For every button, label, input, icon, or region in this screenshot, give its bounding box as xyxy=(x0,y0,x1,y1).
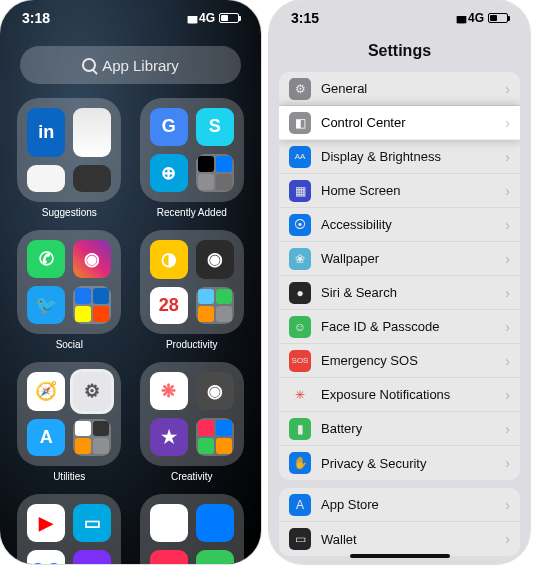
row-label: Privacy & Security xyxy=(321,456,505,471)
settings-row-general[interactable]: ⚙︎General› xyxy=(279,72,520,106)
app-icon[interactable] xyxy=(196,550,234,564)
row-label: Exposure Notifications xyxy=(321,387,505,402)
chevron-right-icon: › xyxy=(505,251,510,267)
home-indicator[interactable] xyxy=(350,554,450,558)
settings-row-wallpaper[interactable]: ❀Wallpaper› xyxy=(279,242,520,276)
chevron-right-icon: › xyxy=(505,497,510,513)
app-icon[interactable]: A xyxy=(27,419,65,457)
folder-recently-added[interactable]: GS⊕Recently Added xyxy=(139,98,246,218)
settings-row-siri-search[interactable]: ●Siri & Search› xyxy=(279,276,520,310)
settings-row-battery[interactable]: ▮Battery› xyxy=(279,412,520,446)
row-icon: ▭ xyxy=(289,528,311,550)
folder-creativity[interactable]: ❋◉★Creativity xyxy=(139,362,246,482)
app-icon[interactable]: S xyxy=(196,108,234,146)
app-icon[interactable]: 🐦 xyxy=(27,286,65,324)
folder-utilities[interactable]: 🧭⚙︎AUtilities xyxy=(16,362,123,482)
row-icon: SOS xyxy=(289,350,311,372)
folder-suggestions[interactable]: inSuggestions xyxy=(16,98,123,218)
row-icon: ✳︎ xyxy=(289,384,311,406)
app-icon[interactable]: G xyxy=(150,108,188,146)
mini-app-group[interactable] xyxy=(196,418,234,456)
row-icon: ✋ xyxy=(289,452,311,474)
app-icon[interactable]: ▭ xyxy=(73,504,111,542)
folder-label: Creativity xyxy=(171,471,213,482)
settings-row-app-store[interactable]: AApp Store› xyxy=(279,488,520,522)
app-icon[interactable] xyxy=(73,165,111,193)
app-icon[interactable] xyxy=(27,165,65,193)
chevron-right-icon: › xyxy=(505,115,510,131)
app-icon[interactable]: ▶ xyxy=(27,504,65,542)
app-icon[interactable]: ◑ xyxy=(150,240,188,279)
settings-row-accessibility[interactable]: ⦿Accessibility› xyxy=(279,208,520,242)
settings-row-emergency-sos[interactable]: SOSEmergency SOS› xyxy=(279,344,520,378)
settings-row-wallet[interactable]: ▭Wallet› xyxy=(279,522,520,556)
app-icon[interactable]: ◉ xyxy=(196,240,234,279)
settings-screen: 3:15 4G Settings ⚙︎General›◧Control Cent… xyxy=(269,0,530,564)
folder-social[interactable]: ✆◉🐦Social xyxy=(16,230,123,350)
row-label: Battery xyxy=(321,421,505,436)
mini-app-group[interactable] xyxy=(196,154,234,193)
app-icon[interactable]: ★ xyxy=(150,418,188,456)
chevron-right-icon: › xyxy=(505,353,510,369)
app-icon[interactable] xyxy=(150,550,188,564)
chevron-right-icon: › xyxy=(505,455,510,471)
app-icon[interactable]: ⊕ xyxy=(150,154,188,193)
app-icon[interactable]: ⚙︎ xyxy=(73,372,111,411)
network-label: 4G xyxy=(468,11,484,25)
settings-row-exposure-notifications[interactable]: ✳︎Exposure Notifications› xyxy=(279,378,520,412)
row-label: Wallpaper xyxy=(321,251,505,266)
app-icon[interactable]: 28 xyxy=(150,287,188,325)
settings-row-home-screen[interactable]: ▦Home Screen› xyxy=(279,174,520,208)
chevron-right-icon: › xyxy=(505,149,510,165)
status-bar: 3:15 4G xyxy=(269,10,530,26)
chevron-right-icon: › xyxy=(505,319,510,335)
row-icon: ▦ xyxy=(289,180,311,202)
home-app-library-screen: 3:18 4G App Library inSuggestionsGS⊕Rece… xyxy=(0,0,261,564)
app-icon[interactable]: ◉ xyxy=(73,240,111,278)
row-icon: ⦿ xyxy=(289,214,311,236)
app-icon[interactable] xyxy=(196,504,234,542)
app-icon[interactable]: ◉◉ xyxy=(27,550,65,564)
folder-label: Social xyxy=(56,339,83,350)
chevron-right-icon: › xyxy=(505,531,510,547)
chevron-right-icon: › xyxy=(505,81,510,97)
status-icons: 4G xyxy=(456,11,508,25)
app-icon[interactable]: 🧭 xyxy=(27,372,65,411)
row-icon: ● xyxy=(289,282,311,304)
chevron-right-icon: › xyxy=(505,285,510,301)
app-icon[interactable]: in xyxy=(27,108,65,157)
app-icon[interactable]: ✆ xyxy=(27,240,65,278)
folder-label: Utilities xyxy=(53,471,85,482)
app-icon[interactable]: ❋ xyxy=(150,372,188,410)
row-label: Siri & Search xyxy=(321,285,505,300)
row-label: General xyxy=(321,81,505,96)
folder-label: Suggestions xyxy=(42,207,97,218)
settings-row-face-id-passcode[interactable]: ☺Face ID & Passcode› xyxy=(279,310,520,344)
app-library-grid: inSuggestionsGS⊕Recently Added✆◉🐦Social◑… xyxy=(16,98,245,564)
app-icon[interactable] xyxy=(150,504,188,542)
mini-app-group[interactable] xyxy=(73,419,111,457)
settings-row-control-center[interactable]: ◧Control Center› xyxy=(279,106,520,140)
row-label: App Store xyxy=(321,497,505,512)
app-icon[interactable]: ∞ xyxy=(73,550,111,564)
signal-icon xyxy=(187,11,195,25)
folder-label: Productivity xyxy=(166,339,218,350)
row-label: Emergency SOS xyxy=(321,353,505,368)
row-label: Control Center xyxy=(321,115,505,130)
settings-row-privacy-security[interactable]: ✋Privacy & Security› xyxy=(279,446,520,480)
row-icon: ☺ xyxy=(289,316,311,338)
row-icon: ◧ xyxy=(289,112,311,134)
chevron-right-icon: › xyxy=(505,421,510,437)
row-icon: ▮ xyxy=(289,418,311,440)
app-library-search[interactable]: App Library xyxy=(20,46,241,84)
network-label: 4G xyxy=(199,11,215,25)
app-icon[interactable] xyxy=(73,108,111,157)
mini-app-group[interactable] xyxy=(73,286,111,324)
chevron-right-icon: › xyxy=(505,217,510,233)
mini-app-group[interactable] xyxy=(196,287,234,325)
folder-productivity[interactable]: ◑◉28Productivity xyxy=(139,230,246,350)
settings-row-display-brightness[interactable]: AADisplay & Brightness› xyxy=(279,140,520,174)
settings-list: ⚙︎General›◧Control Center›AADisplay & Br… xyxy=(279,72,520,556)
row-label: Home Screen xyxy=(321,183,505,198)
app-icon[interactable]: ◉ xyxy=(196,372,234,410)
